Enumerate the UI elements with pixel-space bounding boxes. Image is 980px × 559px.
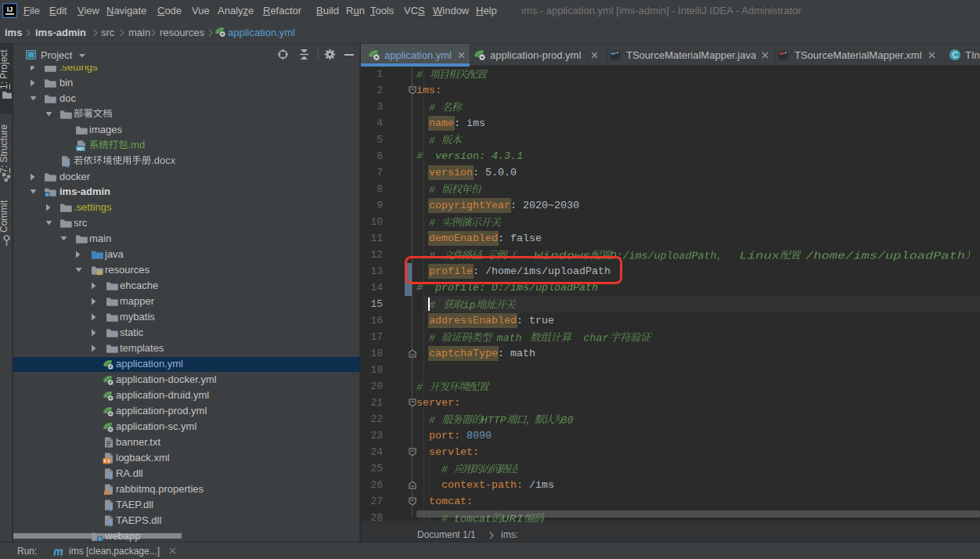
svg-text:?: ? <box>108 504 113 512</box>
svg-text:IJ: IJ <box>7 5 13 13</box>
svg-text:MD: MD <box>77 146 85 151</box>
svg-text:?: ? <box>108 520 113 528</box>
svg-text:?: ? <box>108 473 113 481</box>
svg-text:?: ? <box>65 160 70 168</box>
svg-text:C: C <box>952 51 957 60</box>
